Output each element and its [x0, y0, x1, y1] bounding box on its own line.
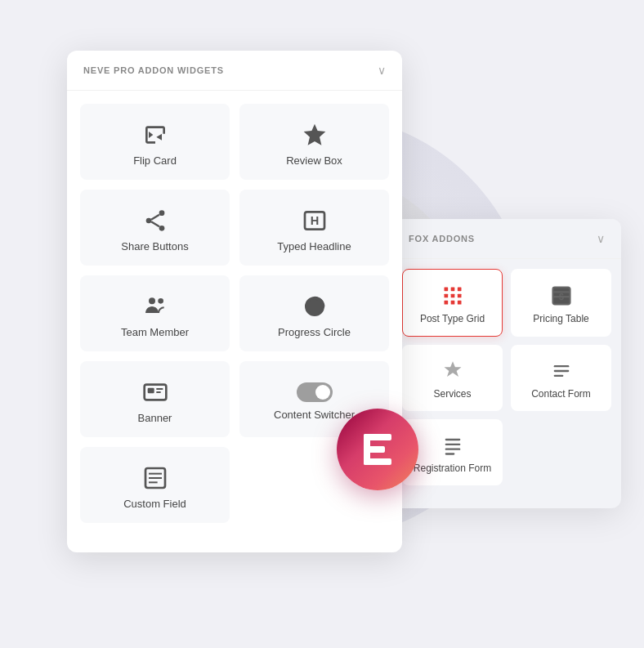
fox-widget-post-type-grid[interactable]: Post Type Grid [402, 269, 503, 337]
neve-widget-label: Typed Headline [277, 240, 351, 252]
neve-widget-flip-card[interactable]: Flip Card [80, 104, 230, 180]
scene: FOX ADDONS ∨ Post Type Grid [0, 0, 644, 648]
elementor-badge [337, 409, 418, 490]
svg-rect-39 [364, 434, 391, 440]
registration-form-icon [441, 434, 464, 457]
svg-point-21 [145, 218, 151, 224]
svg-rect-14 [553, 370, 569, 372]
neve-panel-chevron-icon[interactable]: ∨ [378, 64, 386, 77]
neve-widget-typed-headline[interactable]: H Typed Headline [239, 190, 389, 266]
svg-rect-16 [445, 439, 460, 440]
svg-point-28 [158, 298, 163, 304]
neve-widget-label: Team Member [121, 326, 189, 338]
contact-form-icon [550, 360, 573, 382]
svg-rect-2 [457, 288, 461, 292]
progress-circle-icon [302, 293, 328, 320]
custom-field-icon [142, 465, 168, 491]
neve-widget-label: Progress Circle [278, 326, 351, 338]
fox-widget-contact-form[interactable]: Contact Form [511, 345, 611, 411]
svg-point-27 [149, 297, 155, 304]
neve-widget-progress-circle[interactable]: Progress Circle [239, 275, 389, 351]
svg-rect-40 [364, 446, 385, 453]
share-buttons-icon [142, 208, 168, 234]
neve-panel-title: NEVE PRO ADDON WIDGETS [83, 65, 224, 75]
neve-widget-team-member[interactable]: Team Member [80, 275, 230, 351]
svg-rect-4 [450, 294, 454, 298]
svg-rect-13 [553, 365, 569, 367]
neve-widget-custom-field[interactable]: Custom Field [80, 447, 230, 523]
fox-widget-pricing-table[interactable]: $ Pricing Table [511, 269, 611, 337]
fox-widget-label: Services [433, 388, 471, 400]
neve-widget-banner[interactable]: Banner [80, 361, 230, 437]
fox-widget-label: Contact Form [531, 388, 591, 400]
svg-rect-0 [444, 288, 448, 292]
svg-rect-3 [444, 294, 448, 298]
pricing-table-icon: $ [550, 284, 573, 307]
svg-rect-18 [445, 449, 460, 450]
banner-icon [142, 379, 168, 405]
fox-widgets-grid: Post Type Grid $ Pricing Table Services [392, 259, 621, 495]
svg-rect-1 [450, 288, 454, 292]
svg-line-23 [151, 215, 159, 220]
neve-widget-review-box[interactable]: Review Box [239, 104, 389, 180]
neve-widget-label: Custom Field [123, 498, 186, 510]
svg-rect-17 [445, 444, 460, 445]
svg-rect-15 [553, 375, 563, 377]
fox-widget-services[interactable]: Services [402, 345, 503, 411]
typed-headline-icon: H [302, 208, 328, 234]
services-icon [441, 360, 464, 382]
review-box-icon [302, 122, 328, 148]
neve-widget-label: Content Switcher [274, 409, 355, 421]
neve-widget-label: Review Box [286, 154, 342, 167]
fox-widget-label: Registration Form [414, 463, 491, 474]
post-type-grid-icon [441, 284, 464, 307]
flip-card-icon [142, 122, 168, 148]
fox-panel-chevron-icon[interactable]: ∨ [597, 232, 605, 245]
elementor-logo-icon [354, 426, 401, 473]
fox-panel-title: FOX ADDONS [409, 234, 475, 244]
svg-rect-8 [457, 301, 461, 305]
svg-rect-41 [364, 458, 391, 465]
fox-widget-label: Post Type Grid [420, 313, 485, 324]
svg-rect-7 [450, 301, 454, 305]
neve-widget-label: Flip Card [133, 154, 177, 167]
fox-widget-label: Pricing Table [533, 313, 588, 324]
neve-widget-share-buttons[interactable]: Share Buttons [80, 190, 230, 266]
svg-point-20 [159, 210, 164, 216]
fox-addons-panel: FOX ADDONS ∨ Post Type Grid [392, 219, 621, 508]
svg-point-22 [159, 226, 164, 231]
fox-panel-header: FOX ADDONS ∨ [392, 219, 621, 259]
svg-rect-19 [445, 453, 454, 454]
svg-rect-6 [444, 301, 448, 305]
neve-widget-label: Share Buttons [121, 240, 188, 252]
svg-rect-5 [457, 294, 461, 298]
team-member-icon [142, 293, 168, 320]
svg-line-24 [151, 221, 159, 226]
neve-panel-header: NEVE PRO ADDON WIDGETS ∨ [67, 51, 402, 91]
neve-widget-label: Banner [138, 412, 172, 424]
content-switcher-icon [297, 382, 333, 402]
svg-rect-31 [147, 388, 154, 394]
svg-text:H: H [310, 214, 319, 227]
